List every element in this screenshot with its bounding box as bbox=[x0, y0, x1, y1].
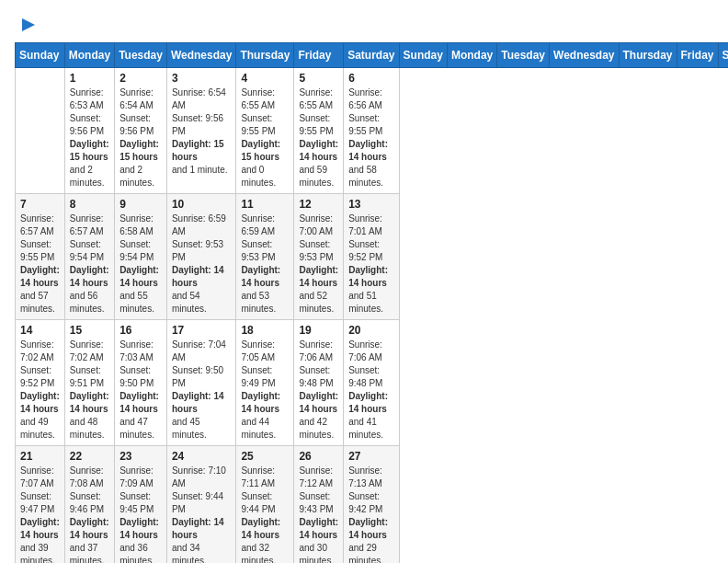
calendar-header-row: SundayMondayTuesdayWednesdayThursdayFrid… bbox=[16, 43, 729, 68]
day-info: Sunrise: 7:10 AMSunset: 9:44 PMDaylight:… bbox=[172, 465, 231, 563]
day-info: Sunrise: 6:55 AMSunset: 9:55 PMDaylight:… bbox=[241, 86, 289, 190]
day-number: 3 bbox=[172, 72, 231, 85]
day-info: Sunrise: 6:56 AMSunset: 9:55 PMDaylight:… bbox=[348, 86, 393, 190]
calendar-cell: 15Sunrise: 7:02 AMSunset: 9:51 PMDayligh… bbox=[64, 320, 114, 446]
calendar-day-header: Sunday bbox=[399, 43, 447, 68]
calendar-cell: 2Sunrise: 6:54 AMSunset: 9:56 PMDaylight… bbox=[115, 68, 167, 194]
day-number: 8 bbox=[70, 198, 109, 211]
day-number: 9 bbox=[119, 198, 162, 211]
calendar-cell: 25Sunrise: 7:11 AMSunset: 9:44 PMDayligh… bbox=[236, 446, 294, 564]
calendar-cell: 19Sunrise: 7:06 AMSunset: 9:48 PMDayligh… bbox=[294, 320, 344, 446]
day-number: 24 bbox=[172, 450, 231, 463]
calendar-cell: 3Sunrise: 6:54 AMSunset: 9:56 PMDaylight… bbox=[166, 68, 235, 194]
calendar-cell: 26Sunrise: 7:12 AMSunset: 9:43 PMDayligh… bbox=[294, 446, 344, 564]
calendar-day-header: Thursday bbox=[619, 43, 677, 68]
day-number: 20 bbox=[348, 324, 393, 337]
day-number: 26 bbox=[299, 450, 338, 463]
calendar-cell: 23Sunrise: 7:09 AMSunset: 9:45 PMDayligh… bbox=[115, 446, 167, 564]
calendar-table: SundayMondayTuesdayWednesdayThursdayFrid… bbox=[15, 42, 728, 563]
day-number: 21 bbox=[20, 450, 60, 463]
calendar-day-header: Wednesday bbox=[550, 43, 619, 68]
calendar-cell: 22Sunrise: 7:08 AMSunset: 9:46 PMDayligh… bbox=[64, 446, 114, 564]
day-number: 6 bbox=[348, 72, 393, 85]
day-info: Sunrise: 6:55 AMSunset: 9:55 PMDaylight:… bbox=[299, 86, 338, 190]
day-number: 12 bbox=[299, 198, 338, 211]
day-number: 22 bbox=[70, 450, 109, 463]
calendar-day-header: Saturday bbox=[344, 43, 399, 68]
calendar-cell: 17Sunrise: 7:04 AMSunset: 9:50 PMDayligh… bbox=[166, 320, 235, 446]
calendar-cell: 27Sunrise: 7:13 AMSunset: 9:42 PMDayligh… bbox=[344, 446, 399, 564]
day-number: 14 bbox=[20, 324, 60, 337]
calendar-day-header: Thursday bbox=[236, 43, 294, 68]
calendar-day-header: Wednesday bbox=[166, 43, 235, 68]
calendar-day-header: Saturday bbox=[718, 43, 728, 68]
day-info: Sunrise: 7:00 AMSunset: 9:53 PMDaylight:… bbox=[299, 213, 338, 316]
day-info: Sunrise: 6:59 AMSunset: 9:53 PMDaylight:… bbox=[172, 213, 231, 316]
day-info: Sunrise: 7:02 AMSunset: 9:52 PMDaylight:… bbox=[20, 339, 60, 442]
calendar-cell: 24Sunrise: 7:10 AMSunset: 9:44 PMDayligh… bbox=[166, 446, 235, 564]
page-header bbox=[15, 15, 713, 35]
day-number: 27 bbox=[348, 450, 393, 463]
day-info: Sunrise: 6:57 AMSunset: 9:55 PMDaylight:… bbox=[20, 213, 60, 316]
calendar-cell: 5Sunrise: 6:55 AMSunset: 9:55 PMDaylight… bbox=[294, 68, 344, 194]
day-number: 23 bbox=[119, 450, 162, 463]
day-info: Sunrise: 6:58 AMSunset: 9:54 PMDaylight:… bbox=[119, 213, 162, 316]
calendar-cell: 6Sunrise: 6:56 AMSunset: 9:55 PMDaylight… bbox=[344, 68, 399, 194]
calendar-cell: 21Sunrise: 7:07 AMSunset: 9:47 PMDayligh… bbox=[16, 446, 65, 564]
calendar-week-row: 21Sunrise: 7:07 AMSunset: 9:47 PMDayligh… bbox=[16, 446, 729, 564]
calendar-day-header: Friday bbox=[294, 43, 344, 68]
logo-arrow-icon bbox=[18, 15, 39, 35]
day-info: Sunrise: 6:54 AMSunset: 9:56 PMDaylight:… bbox=[119, 86, 162, 190]
day-info: Sunrise: 7:06 AMSunset: 9:48 PMDaylight:… bbox=[348, 339, 393, 442]
calendar-week-row: 1Sunrise: 6:53 AMSunset: 9:56 PMDaylight… bbox=[16, 68, 729, 194]
day-info: Sunrise: 7:02 AMSunset: 9:51 PMDaylight:… bbox=[70, 339, 109, 442]
calendar-cell bbox=[16, 68, 65, 194]
day-info: Sunrise: 7:12 AMSunset: 9:43 PMDaylight:… bbox=[299, 465, 338, 563]
calendar-cell: 11Sunrise: 6:59 AMSunset: 9:53 PMDayligh… bbox=[236, 194, 294, 320]
day-number: 1 bbox=[70, 72, 109, 85]
day-info: Sunrise: 7:13 AMSunset: 9:42 PMDaylight:… bbox=[348, 465, 393, 563]
day-info: Sunrise: 7:11 AMSunset: 9:44 PMDaylight:… bbox=[241, 465, 289, 563]
calendar-cell: 14Sunrise: 7:02 AMSunset: 9:52 PMDayligh… bbox=[16, 320, 65, 446]
day-number: 13 bbox=[348, 198, 393, 211]
calendar-cell: 13Sunrise: 7:01 AMSunset: 9:52 PMDayligh… bbox=[344, 194, 399, 320]
svg-marker-0 bbox=[22, 18, 35, 31]
day-number: 5 bbox=[299, 72, 338, 85]
day-info: Sunrise: 7:05 AMSunset: 9:49 PMDaylight:… bbox=[241, 339, 289, 442]
day-number: 19 bbox=[299, 324, 338, 337]
day-info: Sunrise: 6:59 AMSunset: 9:53 PMDaylight:… bbox=[241, 213, 289, 316]
day-number: 7 bbox=[20, 198, 60, 211]
calendar-cell: 20Sunrise: 7:06 AMSunset: 9:48 PMDayligh… bbox=[344, 320, 399, 446]
day-info: Sunrise: 7:03 AMSunset: 9:50 PMDaylight:… bbox=[119, 339, 162, 442]
calendar-cell: 4Sunrise: 6:55 AMSunset: 9:55 PMDaylight… bbox=[236, 68, 294, 194]
day-info: Sunrise: 7:06 AMSunset: 9:48 PMDaylight:… bbox=[299, 339, 338, 442]
day-number: 4 bbox=[241, 72, 289, 85]
day-number: 17 bbox=[172, 324, 231, 337]
calendar-week-row: 14Sunrise: 7:02 AMSunset: 9:52 PMDayligh… bbox=[16, 320, 729, 446]
calendar-cell: 9Sunrise: 6:58 AMSunset: 9:54 PMDaylight… bbox=[115, 194, 167, 320]
day-number: 16 bbox=[119, 324, 162, 337]
day-info: Sunrise: 7:07 AMSunset: 9:47 PMDaylight:… bbox=[20, 465, 60, 563]
calendar-cell: 1Sunrise: 6:53 AMSunset: 9:56 PMDaylight… bbox=[64, 68, 114, 194]
calendar-day-header: Tuesday bbox=[497, 43, 550, 68]
day-info: Sunrise: 7:09 AMSunset: 9:45 PMDaylight:… bbox=[119, 465, 162, 563]
calendar-day-header: Tuesday bbox=[115, 43, 167, 68]
day-number: 15 bbox=[70, 324, 109, 337]
day-info: Sunrise: 7:01 AMSunset: 9:52 PMDaylight:… bbox=[348, 213, 393, 316]
calendar-cell: 7Sunrise: 6:57 AMSunset: 9:55 PMDaylight… bbox=[16, 194, 65, 320]
day-info: Sunrise: 6:53 AMSunset: 9:56 PMDaylight:… bbox=[70, 86, 109, 190]
calendar-cell: 8Sunrise: 6:57 AMSunset: 9:54 PMDaylight… bbox=[64, 194, 114, 320]
day-info: Sunrise: 7:08 AMSunset: 9:46 PMDaylight:… bbox=[70, 465, 109, 563]
logo bbox=[15, 15, 39, 35]
day-info: Sunrise: 6:54 AMSunset: 9:56 PMDaylight:… bbox=[172, 86, 231, 177]
calendar-day-header: Monday bbox=[447, 43, 496, 68]
day-number: 10 bbox=[172, 198, 231, 211]
calendar-day-header: Sunday bbox=[16, 43, 65, 68]
calendar-cell: 10Sunrise: 6:59 AMSunset: 9:53 PMDayligh… bbox=[166, 194, 235, 320]
day-number: 2 bbox=[119, 72, 162, 85]
day-number: 18 bbox=[241, 324, 289, 337]
calendar-day-header: Monday bbox=[64, 43, 114, 68]
day-info: Sunrise: 7:04 AMSunset: 9:50 PMDaylight:… bbox=[172, 339, 231, 442]
calendar-day-header: Friday bbox=[677, 43, 718, 68]
day-number: 11 bbox=[241, 198, 289, 211]
